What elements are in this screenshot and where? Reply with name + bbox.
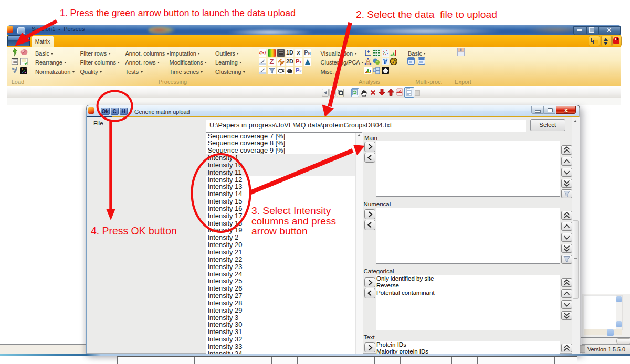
- svg-text:PDF: PDF: [396, 90, 403, 93]
- svg-text:7: 7: [392, 59, 395, 64]
